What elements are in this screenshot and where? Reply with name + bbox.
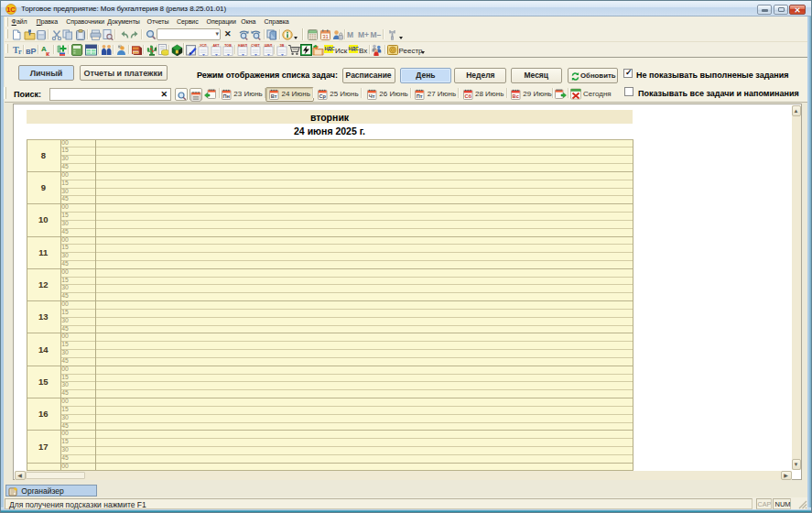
svg-text:Сб: Сб xyxy=(464,93,471,98)
svg-text:Чт: Чт xyxy=(369,93,375,98)
svg-text:УСЛ: УСЛ xyxy=(200,44,207,48)
svg-text:r: r xyxy=(18,48,22,56)
svg-text:Вт: Вт xyxy=(271,93,277,98)
svg-text:АКТ: АКТ xyxy=(212,44,220,48)
svg-text:СЧЕТ: СЧЕТ xyxy=(251,44,260,48)
svg-text:ШБЛ: ШБЛ xyxy=(264,44,272,48)
svg-text:Пн: Пн xyxy=(222,93,229,98)
svg-text:31: 31 xyxy=(322,34,329,39)
svg-text:Вс: Вс xyxy=(512,93,518,98)
svg-text:?: ? xyxy=(118,44,121,49)
svg-text:Ср: Ср xyxy=(319,93,326,98)
svg-text:НАКЛ: НАКЛ xyxy=(238,44,247,48)
svg-text:вР: вР xyxy=(26,46,37,55)
svg-text:к: к xyxy=(46,49,50,56)
svg-text:ТОВ: ТОВ xyxy=(224,44,232,48)
svg-text:1C: 1C xyxy=(6,5,16,14)
svg-text:Пт: Пт xyxy=(417,93,423,98)
svg-text:ЗВ: ЗВ xyxy=(279,44,284,48)
